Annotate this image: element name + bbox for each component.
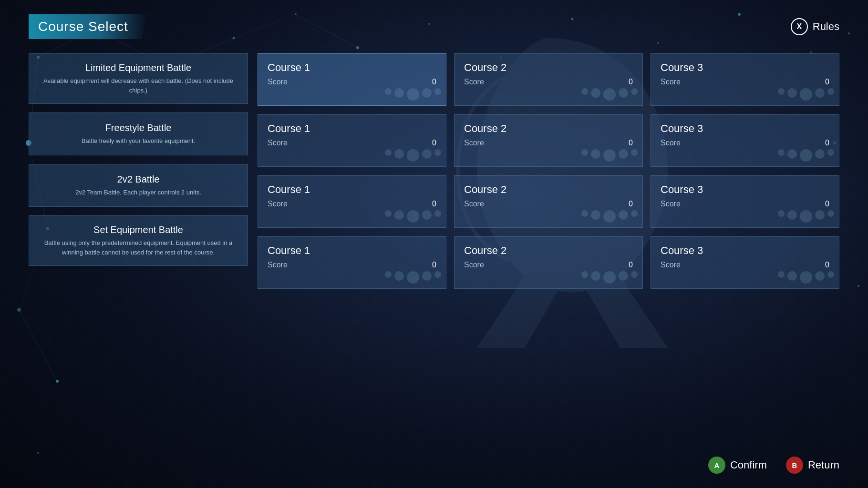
course-score-row-r3c1: Score0 [268,200,436,208]
course-score-row-r4c3: Score0 [661,261,829,269]
course-score-value-r1c3: 0 [825,78,829,86]
course-score-row-r4c1: Score0 [268,261,436,269]
course-score-value-r4c3: 0 [825,261,829,269]
course-card-r3c1[interactable]: Course 1Score0 [258,175,446,228]
battle-desc-limited-equipment: Available equipment will decrease with e… [41,76,236,95]
x-icon: X [791,18,808,35]
course-score-label-r3c1: Score [268,200,288,208]
course-score-value-r3c2: 0 [629,200,633,208]
course-row-2: Course 1Score0Course 2Score0Course 3Scor… [258,175,839,228]
main-content: Course Select X Rules Limited Equipment … [0,0,868,488]
courses-section: Course 1Score0Course 2Score0Course 3Scor… [258,53,839,289]
main-grid: Limited Equipment BattleAvailable equipm… [29,53,839,289]
card-dots-decoration [581,210,638,223]
course-score-label-r2c2: Score [464,139,484,147]
course-score-value-r3c1: 0 [432,200,436,208]
card-dots-decoration [581,149,638,162]
battle-card-limited-equipment[interactable]: Limited Equipment BattleAvailable equipm… [29,53,248,104]
course-card-r2c1[interactable]: Course 1Score0 [258,114,446,167]
course-name-r2c3: Course 3 [661,122,829,135]
course-score-value-r3c3: 0 [825,200,829,208]
course-card-r3c2[interactable]: Course 2Score0 [454,175,643,228]
course-score-value-r4c1: 0 [432,261,436,269]
course-row-1: Course 1Score0Course 2Score0Course 3Scor… [258,114,839,167]
course-card-r4c3[interactable]: Course 3Score0 [651,236,839,289]
battle-title-2v2: 2v2 Battle [41,174,236,185]
course-score-row-r2c3: Score0 [661,139,829,147]
course-score-label-r2c1: Score [268,139,288,147]
battle-modes-list: Limited Equipment BattleAvailable equipm… [29,53,248,289]
course-row-3: Course 1Score0Course 2Score0Course 3Scor… [258,236,839,289]
course-score-row-r3c2: Score0 [464,200,633,208]
course-score-label-r3c2: Score [464,200,484,208]
card-dots-decoration [385,271,441,284]
course-score-label-r2c3: Score [661,139,681,147]
battle-card-2v2[interactable]: 2v2 Battle2v2 Team Battle. Each player c… [29,164,248,207]
card-dots-decoration [385,210,441,223]
course-name-r4c1: Course 1 [268,244,436,257]
course-score-row-r1c1: Score0 [268,78,436,86]
course-name-r3c1: Course 1 [268,183,436,196]
course-card-r4c1[interactable]: Course 1Score0 [258,236,446,289]
course-name-r4c2: Course 2 [464,244,633,257]
header: Course Select X Rules [29,14,839,39]
course-score-row-r3c3: Score0 [661,200,829,208]
course-score-row-r2c2: Score0 [464,139,633,147]
title-bar: Course Select [29,14,147,39]
course-name-r2c2: Course 2 [464,122,633,135]
card-dots-decoration [385,88,441,101]
card-dots-decoration [385,149,441,162]
course-score-row-r1c3: Score0 [661,78,829,86]
battle-desc-freestyle: Battle freely with your favorite equipme… [41,136,236,146]
course-name-r1c2: Course 2 [464,61,633,74]
page-title: Course Select [38,19,128,34]
course-score-label-r1c3: Score [661,78,681,86]
card-dots-decoration [581,271,638,284]
battle-card-set-equipment[interactable]: Set Equipment BattleBattle using only th… [29,215,248,266]
battle-desc-set-equipment: Battle using only the predetermined equi… [41,238,236,257]
course-score-label-r4c1: Score [268,261,288,269]
card-dots-decoration [581,88,638,101]
course-score-value-r2c1: 0 [432,139,436,147]
course-name-r4c3: Course 3 [661,244,829,257]
course-score-label-r4c2: Score [464,261,484,269]
battle-title-limited-equipment: Limited Equipment Battle [41,62,236,73]
course-score-row-r2c1: Score0 [268,139,436,147]
course-score-row-r1c2: Score0 [464,78,633,86]
rules-label: Rules [813,20,839,33]
battle-title-freestyle: Freestyle Battle [41,122,236,133]
course-name-r3c3: Course 3 [661,183,829,196]
course-card-r2c2[interactable]: Course 2Score0 [454,114,643,167]
course-score-label-r1c1: Score [268,78,288,86]
course-score-value-r2c3: 0 [825,139,829,147]
course-score-value-r4c2: 0 [629,261,633,269]
course-card-r1c3[interactable]: Course 3Score0 [651,53,839,106]
course-score-row-r4c2: Score0 [464,261,633,269]
course-score-label-r4c3: Score [661,261,681,269]
course-card-r1c1[interactable]: Course 1Score0 [258,53,446,106]
course-score-value-r1c1: 0 [432,78,436,86]
course-score-value-r1c2: 0 [629,78,633,86]
battle-card-freestyle[interactable]: Freestyle BattleBattle freely with your … [29,112,248,155]
card-dots-decoration [778,149,834,162]
course-name-r1c3: Course 3 [661,61,829,74]
course-score-label-r1c2: Score [464,78,484,86]
course-name-r1c1: Course 1 [268,61,436,74]
course-card-r3c3[interactable]: Course 3Score0 [651,175,839,228]
battle-desc-2v2: 2v2 Team Battle. Each player controls 2 … [41,188,236,197]
course-name-r2c1: Course 1 [268,122,436,135]
rules-button[interactable]: X Rules [791,18,839,35]
course-score-value-r2c2: 0 [629,139,633,147]
course-row-0: Course 1Score0Course 2Score0Course 3Scor… [258,53,839,106]
course-name-r3c2: Course 2 [464,183,633,196]
course-card-r1c2[interactable]: Course 2Score0 [454,53,643,106]
course-card-r2c3[interactable]: Course 3Score0 [651,114,839,167]
card-dots-decoration [778,210,834,223]
battle-title-set-equipment: Set Equipment Battle [41,224,236,235]
course-card-r4c2[interactable]: Course 2Score0 [454,236,643,289]
card-dots-decoration [778,271,834,284]
card-dots-decoration [778,88,834,101]
course-score-label-r3c3: Score [661,200,681,208]
